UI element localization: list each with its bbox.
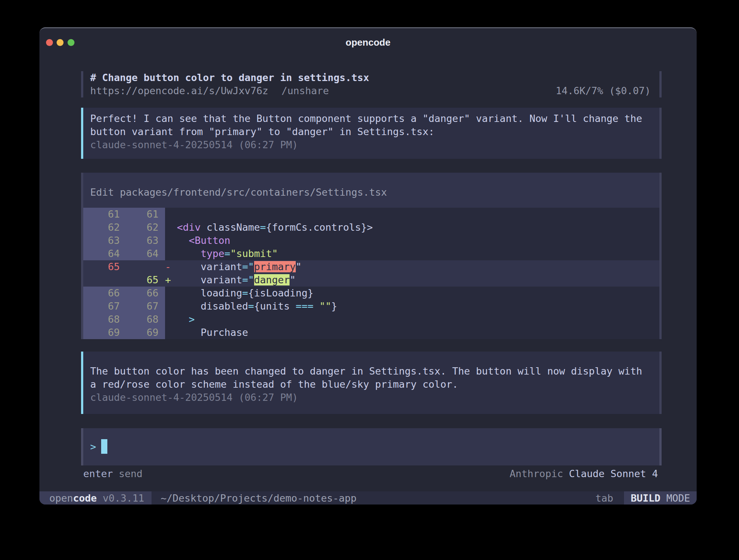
assistant-message: Perfect! I can see that the Button compo… — [81, 108, 662, 159]
old-line-number: 66 — [83, 287, 124, 300]
old-line-number: 62 — [83, 221, 124, 234]
diff-rows: 61616262 <div className={formCs.controls… — [83, 208, 659, 339]
model-provider: Anthropic — [510, 467, 563, 480]
session-subline: https://opencode.ai/s/UwJxv76z /unshare … — [90, 84, 651, 97]
edit-tool-title: Edit packages/frontend/src/containers/Se… — [83, 173, 659, 208]
prompt-line: > — [90, 438, 659, 454]
prompt-symbol: > — [90, 441, 96, 452]
mode-name: BUILD — [631, 492, 660, 504]
new-line-number: 61 — [124, 208, 165, 221]
diff-row: 6767 disabled={units === ""} — [83, 300, 659, 313]
tab-key-hint[interactable]: tab — [596, 491, 613, 505]
mode-label: MODE — [660, 492, 690, 504]
diff-row: 6363 <Button — [83, 234, 659, 247]
old-line-number: 69 — [83, 326, 124, 339]
prompt-input[interactable]: > — [81, 428, 662, 465]
old-line-number: 61 — [83, 208, 124, 221]
old-line-number: 67 — [83, 300, 124, 313]
diff-code-line: <div className={formCs.controls}> — [165, 221, 659, 234]
diff-row: 6161 — [83, 208, 659, 221]
window-title: opencode — [39, 37, 697, 48]
diff-code-line: <Button — [165, 234, 659, 247]
build-mode-badge: BUILD MODE — [624, 491, 697, 505]
assistant-message: The button color has been changed to dan… — [81, 352, 662, 414]
message-line: button variant from "primary" to "danger… — [90, 125, 652, 138]
diff-row: 6969 Purchase — [83, 326, 659, 339]
diff-row: 65- variant="primary" — [83, 260, 659, 273]
diff-row: 6464 type="submit" — [83, 247, 659, 260]
footer-hints: enter send Anthropic Claude Sonnet 4 — [81, 467, 662, 480]
message-meta: claude-sonnet-4-20250514 (06:27 PM) — [90, 391, 652, 404]
new-line-number — [124, 260, 165, 273]
diff-code-line: disabled={units === ""} — [165, 300, 659, 313]
working-directory: ~/Desktop/Projects/demo-notes-app — [161, 491, 356, 505]
app-version: v0.3.11 — [97, 492, 144, 504]
app-name-suffix: code — [73, 492, 97, 504]
diff-code-line: > — [165, 313, 659, 326]
new-line-number: 67 — [124, 300, 165, 313]
new-line-number: 63 — [124, 234, 165, 247]
diff-code-line: Purchase — [165, 326, 659, 339]
message-line: Perfect! I can see that the Button compo… — [90, 112, 652, 125]
share-url-link[interactable]: https://opencode.ai/s/UwJxv76z — [90, 84, 268, 97]
old-line-number: 63 — [83, 234, 124, 247]
old-line-number: 65 — [83, 260, 124, 273]
new-line-number: 65 — [124, 273, 165, 287]
diff-code-line: - variant="primary" — [165, 260, 659, 273]
diff-code-line — [165, 208, 659, 221]
message-line: a red/rose color scheme instead of the b… — [90, 378, 652, 391]
model-name: Claude Sonnet 4 — [569, 467, 658, 480]
new-line-number: 69 — [124, 326, 165, 339]
unshare-command[interactable]: /unshare — [282, 84, 329, 97]
new-line-number: 62 — [124, 221, 165, 234]
message-meta: claude-sonnet-4-20250514 (06:27 PM) — [90, 138, 652, 151]
message-line: The button color has been changed to dan… — [90, 365, 652, 378]
new-line-number: 68 — [124, 313, 165, 326]
send-action-hint: send — [119, 467, 142, 480]
diff-row: 6666 loading={isLoading} — [83, 287, 659, 300]
text-cursor — [101, 439, 107, 454]
enter-key-hint: enter — [83, 467, 113, 480]
edit-tool-call: Edit packages/frontend/src/containers/Se… — [81, 173, 662, 339]
old-line-number: 64 — [83, 247, 124, 260]
session-header: # Change button color to danger in setti… — [81, 71, 662, 97]
diff-code-line: loading={isLoading} — [165, 287, 659, 300]
app-name-badge: opencode v0.3.11 — [39, 491, 152, 505]
session-title: # Change button color to danger in setti… — [90, 71, 651, 84]
old-line-number — [83, 273, 124, 287]
opencode-window: opencode # Change button color to danger… — [39, 27, 697, 505]
diff-code-line: + variant="danger" — [165, 273, 659, 287]
new-line-number: 64 — [124, 247, 165, 260]
app-name-prefix: open — [49, 492, 73, 504]
diff-row: 6868 > — [83, 313, 659, 326]
status-bar: opencode v0.3.11 ~/Desktop/Projects/demo… — [39, 491, 697, 505]
diff-row: 65+ variant="danger" — [83, 273, 659, 287]
old-line-number: 68 — [83, 313, 124, 326]
diff-code-line: type="submit" — [165, 247, 659, 260]
diff-row: 6262 <div className={formCs.controls}> — [83, 221, 659, 234]
token-usage: 14.6K/7% ($0.07) — [556, 84, 651, 97]
new-line-number: 66 — [124, 287, 165, 300]
